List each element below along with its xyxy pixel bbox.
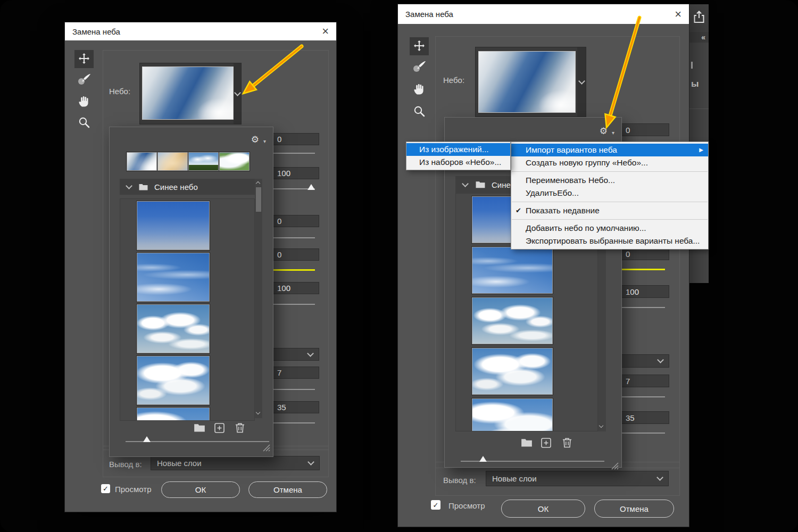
sky-list-item-4[interactable] [472, 348, 553, 395]
value-field-3[interactable]: 0 [273, 215, 319, 227]
preview-checkbox-label: Просмотр [448, 501, 485, 510]
sky-list-item-5[interactable] [137, 408, 210, 421]
sky-list[interactable] [120, 198, 255, 421]
chevron-down-icon [578, 78, 585, 85]
sky-list-item-2[interactable] [137, 253, 210, 302]
output-combobox[interactable]: Новые слои [151, 456, 320, 470]
preview-checkbox[interactable]: ✓ [431, 500, 440, 510]
scroll-down-icon[interactable] [599, 423, 603, 428]
expander-chevron-icon[interactable] [462, 180, 469, 187]
recent-sky-3[interactable] [188, 152, 219, 171]
zoom-tool-button[interactable] [74, 114, 94, 132]
value-field-7[interactable]: 35 [273, 401, 319, 413]
scrollbar[interactable] [255, 179, 262, 418]
export-button[interactable] [689, 4, 709, 32]
gear-icon[interactable]: ⚙ [600, 127, 608, 136]
scroll-up-icon[interactable] [256, 181, 260, 186]
sky-preview-dropdown[interactable] [139, 63, 242, 124]
sky-brush-tool-button[interactable] [410, 59, 429, 77]
menu-item-rename[interactable]: Переименовать Небо... [511, 174, 708, 187]
scroll-down-icon[interactable] [256, 410, 260, 414]
slider-5[interactable] [273, 304, 315, 305]
value-field-1[interactable]: 0 [621, 123, 669, 136]
sky-list-item-3[interactable] [472, 297, 553, 344]
menu-item-create-group[interactable]: Создать новую группу «Небо»... [511, 156, 708, 169]
sky-preview-dropdown[interactable] [475, 47, 586, 117]
gear-caret-icon[interactable]: ▾ [612, 130, 614, 136]
menu-item-delete[interactable]: УдалитьЕбо... [511, 187, 708, 200]
add-sky-icon[interactable] [214, 423, 225, 435]
cancel-button[interactable]: Отмена [594, 500, 674, 518]
value-field-2[interactable]: 100 [273, 167, 319, 179]
thumbnail-zoom-thumb[interactable] [479, 456, 487, 462]
thumbnail-zoom-thumb[interactable] [143, 436, 151, 442]
close-icon[interactable]: × [675, 9, 681, 20]
titlebar[interactable]: Замена неба × [398, 4, 689, 24]
scrollbar-thumb[interactable] [256, 187, 261, 212]
collapse-panels-button[interactable]: « [689, 32, 709, 43]
panel-divider [689, 109, 709, 109]
menu-item-show-recent[interactable]: ✔ Показать недавние [511, 204, 708, 217]
slider-5[interactable] [621, 307, 665, 308]
sky-list-item-5[interactable] [472, 398, 553, 431]
value-field-1[interactable]: 0 [273, 133, 319, 145]
new-group-folder-icon[interactable] [194, 423, 205, 434]
gear-icon[interactable]: ⚙ [251, 135, 259, 144]
menu-item-import-variants[interactable]: Импорт вариантов неба ▶ [511, 144, 708, 156]
slider-1[interactable] [273, 153, 315, 154]
slider-4-yellow[interactable] [621, 269, 665, 270]
value-field-4[interactable]: 0 [273, 248, 319, 261]
trash-icon[interactable] [235, 422, 245, 435]
slider-7[interactable] [621, 433, 665, 434]
add-sky-icon[interactable] [541, 438, 551, 450]
sky-group-name: Синее небо [154, 182, 198, 192]
sky-preview-expander[interactable] [234, 63, 241, 124]
slider-7[interactable] [273, 422, 315, 423]
value-field-6[interactable]: 7 [621, 375, 669, 387]
value-field-5[interactable]: 100 [621, 285, 669, 298]
move-tool-button[interactable] [410, 37, 429, 55]
sky-brush-tool-button[interactable] [74, 71, 94, 89]
value-field-6[interactable]: 7 [273, 367, 319, 379]
recent-sky-4[interactable] [219, 152, 250, 171]
ok-button[interactable]: ОК [501, 500, 585, 518]
new-group-folder-icon[interactable] [521, 438, 533, 448]
titlebar[interactable]: Замена неба × [65, 22, 336, 40]
slider-2-thumb[interactable] [307, 184, 315, 190]
slider-6[interactable] [273, 389, 315, 390]
check-icon: ✓ [433, 501, 439, 509]
expander-chevron-icon[interactable] [126, 182, 132, 189]
preview-checkbox[interactable]: ✓ [101, 484, 110, 493]
submenu-item-from-images[interactable]: Из изображений... [406, 143, 510, 156]
submenu-item-from-presets[interactable]: Из наборов «Небо»... [406, 156, 510, 169]
sky-list-item-2[interactable] [472, 247, 553, 294]
zoom-tool-button[interactable] [410, 103, 429, 121]
mode-combobox[interactable] [273, 348, 319, 361]
hand-tool-button[interactable] [74, 93, 94, 111]
menu-item-add-default[interactable]: Добавить небо по умолчанию... [511, 222, 708, 235]
sky-group-header[interactable]: Синее небо [120, 179, 255, 195]
slider-6[interactable] [621, 396, 665, 397]
mode-combobox[interactable] [621, 354, 669, 368]
recent-sky-2[interactable] [157, 152, 188, 171]
sky-preview-expander[interactable] [577, 47, 586, 117]
trash-icon[interactable] [562, 437, 572, 450]
recent-sky-1[interactable] [127, 152, 157, 171]
ok-button[interactable]: ОК [161, 481, 240, 498]
value-field-5[interactable]: 100 [273, 282, 319, 294]
sky-list-item-4[interactable] [137, 356, 210, 405]
resize-grip[interactable] [263, 444, 270, 453]
resize-grip[interactable] [611, 462, 619, 471]
slider-3[interactable] [273, 237, 315, 238]
sky-list-item-3[interactable] [137, 304, 210, 353]
menu-item-export-selected[interactable]: Экспортировать выбранные варианты неба..… [511, 235, 708, 247]
gear-caret-icon[interactable]: ▾ [263, 139, 266, 144]
output-combobox[interactable]: Новые слои [486, 471, 669, 486]
slider-4-yellow[interactable] [273, 269, 315, 271]
cancel-button[interactable]: Отмена [248, 481, 327, 498]
move-tool-button[interactable] [74, 50, 94, 68]
close-icon[interactable]: × [322, 26, 329, 37]
sky-list-item-1[interactable] [137, 201, 210, 250]
value-field-7[interactable]: 35 [621, 411, 669, 424]
hand-tool-button[interactable] [410, 80, 429, 98]
